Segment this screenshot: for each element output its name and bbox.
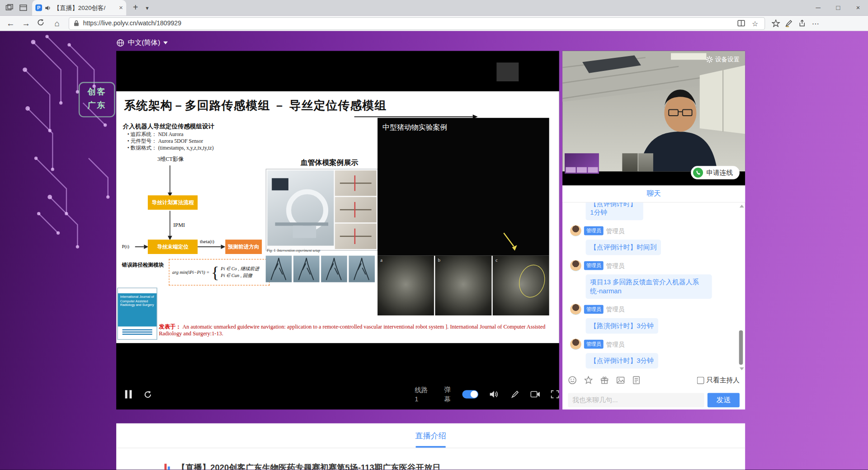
chat-message: 管理员 管理员 【点评倒计时】3分钟 [570,338,731,368]
journal-title: International Journal of Computer Assist… [118,293,157,309]
minimize-button[interactable]: ─ [808,0,828,15]
address-bar[interactable]: https://live.polyv.cn/watch/1809929 ☆ [69,17,765,29]
vertical-tabs-icon[interactable] [19,3,28,12]
username: 管理员 [606,226,624,235]
volume-icon[interactable] [489,390,499,398]
settings-menu-icon[interactable]: ⋯ [811,18,821,28]
bullet-sensor: • 元件型号： Aurora 5DOF Sensor [127,138,214,145]
chat-message-list[interactable]: 【点评倒计时】1分钟 管理员 管理员 【点评倒计时】时间到 管理员 管理员 [562,202,745,372]
formula-case-top: Pi ∈ Co , 继续前进 [221,266,259,271]
tab-close-icon[interactable]: × [119,5,123,11]
request-connect-button[interactable]: 申请连线 [691,166,740,179]
highlight-ellipse [516,262,548,301]
chat-scrollbar[interactable] [738,202,744,372]
device-settings-label: 设备设置 [715,55,740,63]
image-icon[interactable] [616,376,625,385]
intro-tab-row: 直播介绍 [116,423,745,448]
slide-thumbnail[interactable] [565,153,599,174]
tab-active-underline [416,446,446,448]
role-badge: 管理员 [584,305,604,314]
avatar [570,225,581,236]
role-badge: 管理员 [584,340,604,349]
sensor-photo-2 [335,197,377,222]
language-label: 中文(简体) [128,38,160,47]
tab-list-chevron-icon[interactable]: ▾ [146,5,148,10]
tab-actions-icon[interactable] [5,3,14,12]
line-selector[interactable]: 线路1 [415,385,431,403]
chat-message: 管理员 管理员 【点评倒计时】时间到 [570,225,731,255]
language-selector[interactable]: 中文(简体) [116,38,168,47]
publication-label: 发表于： [159,324,181,329]
announcement-icon[interactable] [632,376,640,385]
emoji-icon[interactable] [568,376,577,385]
highlighter-icon[interactable] [784,18,794,28]
tab-live-intro[interactable]: 直播介绍 [415,431,446,441]
brand-line-2: 广东 [80,99,114,112]
only-host-checkbox[interactable] [697,376,704,384]
tab-audio-icon[interactable] [45,5,51,10]
home-icon[interactable]: ⌂ [52,18,62,28]
favorite-star-icon[interactable]: ☆ [750,18,760,28]
browser-tab[interactable]: P 【直播】2020创客/ × [32,0,126,15]
chat-input[interactable] [568,393,704,407]
url-text[interactable]: https://live.polyv.cn/watch/1809929 [83,20,732,27]
flow-ct-label: 3维CT影像 [148,155,193,163]
vascular-image [349,256,375,282]
danmaku-label: 弹幕 [444,385,457,404]
vascular-phantom-title: 血管体模案例展示 [282,158,376,168]
scroll-up-icon[interactable] [740,205,744,207]
flow-box-tip-localization: 导丝末端定位 [148,240,198,254]
formula-lhs: arg min(‖Pi−Pi′‖) = [172,269,210,275]
pause-button[interactable] [125,390,132,398]
publication-reference: 发表于： An automatic unmarked guidewire nav… [159,324,553,337]
send-button[interactable]: 发送 [708,393,740,407]
design-bullets: • 追踪系统： NDI Aurora • 元件型号： Aurora 5DOF S… [127,131,214,151]
camera-icon[interactable] [530,390,540,398]
message-bubble: 项目13 多回路反馈血管介入机器人系统-narman [586,274,712,299]
message-bubble: 【点评倒计时】时间到 [586,240,661,255]
device-settings-button[interactable]: 设备设置 [706,55,740,63]
refresh-icon[interactable] [37,18,47,28]
formula-box: arg min(‖Pi−Pi′‖) = { Pi ∈ Co , 继续前进 Pi … [169,259,269,286]
chat-tab[interactable]: 聊天 [562,185,745,202]
avatar [570,260,581,271]
share-icon[interactable] [797,18,807,28]
lock-icon[interactable] [74,20,79,27]
globe-icon [116,39,124,47]
scroll-down-icon[interactable] [740,367,744,370]
camera-thumbnails[interactable] [622,153,653,171]
new-tab-button[interactable]: + [133,3,138,12]
base-shape [293,226,316,238]
maximize-button[interactable]: □ [828,0,848,15]
video-artifact [496,62,519,81]
star-icon[interactable] [584,376,593,385]
flow-theta-label: theta(t) [200,239,214,244]
toolbar-right-icons: ⋯ [770,18,820,28]
scrollbar-thumb[interactable] [739,330,743,365]
chat-tab-label: 聊天 [646,189,661,199]
window-controls: ─ □ × [808,0,868,15]
vascular-image [293,256,320,282]
c-arm-photo [267,170,334,246]
brand-line-1: 创客 [80,85,114,99]
flow-box-direction: 预测前进方向 [225,240,262,254]
reload-stream-button[interactable] [143,390,152,399]
back-icon[interactable]: ← [5,18,15,28]
only-host-filter: 只看主持人 [697,376,740,385]
publication-text: An automatic unmarked guidewire navigati… [159,324,545,336]
video-player[interactable]: 系统架构－多回路传感模组 － 导丝定位传感模组 介入机器人导丝定位传感模组设计 … [116,51,559,409]
danmaku-toggle[interactable] [462,390,478,398]
pen-annotation-icon[interactable] [511,390,519,398]
flow-pt-label: P(t) [122,244,129,249]
detail-photos [335,170,377,249]
reading-view-icon[interactable] [736,18,746,28]
close-button[interactable]: × [848,0,868,15]
forward-icon[interactable]: → [21,18,31,28]
fullscreen-icon[interactable] [551,390,559,398]
formula-cases: Pi ∈ Co , 继续前进 Pi ∈ Cun , 回撤 [221,265,259,280]
gift-icon[interactable] [600,376,609,385]
avatar [570,304,581,315]
live-intro-section: 直播介绍 【直播】2020创客广东生物医药专题赛初赛第5场-113期广东医谷开放… [116,423,745,470]
favorites-bar-icon[interactable] [770,18,780,28]
xray-image-b: b [435,256,491,315]
